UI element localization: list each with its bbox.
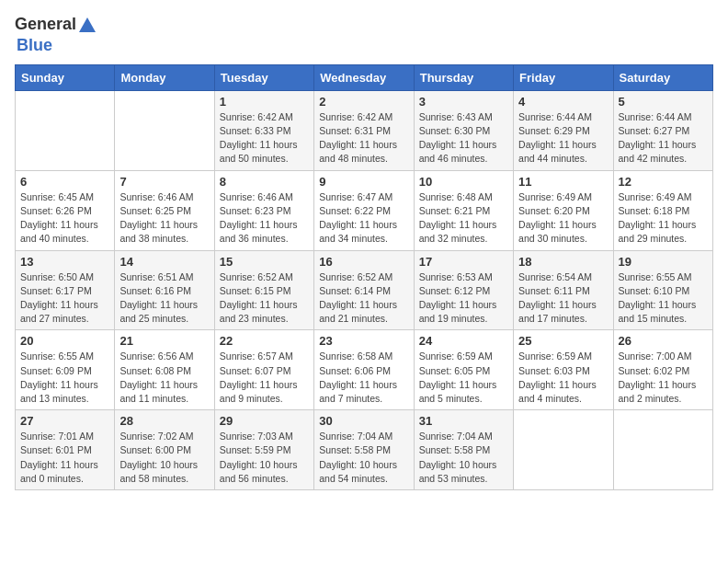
day-cell xyxy=(16,90,115,170)
day-info: Sunrise: 6:42 AM Sunset: 6:33 PM Dayligh… xyxy=(220,110,309,167)
day-cell: 20Sunrise: 6:55 AM Sunset: 6:09 PM Dayli… xyxy=(16,330,115,410)
day-cell: 12Sunrise: 6:49 AM Sunset: 6:18 PM Dayli… xyxy=(613,170,712,250)
day-cell: 17Sunrise: 6:53 AM Sunset: 6:12 PM Dayli… xyxy=(414,250,513,330)
day-info: Sunrise: 6:49 AM Sunset: 6:20 PM Dayligh… xyxy=(518,190,608,247)
day-number: 4 xyxy=(518,95,608,109)
day-cell: 6Sunrise: 6:45 AM Sunset: 6:26 PM Daylig… xyxy=(16,170,115,250)
day-cell xyxy=(115,90,214,170)
logo-icon xyxy=(77,16,97,36)
day-number: 11 xyxy=(518,175,608,189)
week-row-5: 27Sunrise: 7:01 AM Sunset: 6:01 PM Dayli… xyxy=(16,410,713,490)
day-number: 5 xyxy=(619,95,708,109)
day-cell: 4Sunrise: 6:44 AM Sunset: 6:29 PM Daylig… xyxy=(514,90,613,170)
day-number: 31 xyxy=(419,414,508,428)
day-number: 26 xyxy=(619,334,708,348)
day-info: Sunrise: 6:52 AM Sunset: 6:15 PM Dayligh… xyxy=(220,270,309,327)
day-info: Sunrise: 6:50 AM Sunset: 6:17 PM Dayligh… xyxy=(20,270,109,327)
day-info: Sunrise: 6:53 AM Sunset: 6:12 PM Dayligh… xyxy=(419,270,508,327)
day-number: 10 xyxy=(419,175,508,189)
day-cell xyxy=(613,410,712,490)
day-info: Sunrise: 6:46 AM Sunset: 6:25 PM Dayligh… xyxy=(119,190,209,247)
header-saturday: Saturday xyxy=(613,64,712,90)
day-cell: 14Sunrise: 6:51 AM Sunset: 6:16 PM Dayli… xyxy=(115,250,214,330)
day-number: 22 xyxy=(220,334,309,348)
day-number: 19 xyxy=(619,255,708,269)
day-number: 2 xyxy=(319,95,408,109)
day-cell: 3Sunrise: 6:43 AM Sunset: 6:30 PM Daylig… xyxy=(414,90,513,170)
week-row-3: 13Sunrise: 6:50 AM Sunset: 6:17 PM Dayli… xyxy=(16,250,713,330)
week-row-1: 1Sunrise: 6:42 AM Sunset: 6:33 PM Daylig… xyxy=(16,90,713,170)
day-number: 23 xyxy=(319,334,408,348)
day-cell: 5Sunrise: 6:44 AM Sunset: 6:27 PM Daylig… xyxy=(613,90,712,170)
header-tuesday: Tuesday xyxy=(214,64,313,90)
week-row-4: 20Sunrise: 6:55 AM Sunset: 6:09 PM Dayli… xyxy=(16,330,713,410)
day-info: Sunrise: 6:54 AM Sunset: 6:11 PM Dayligh… xyxy=(518,270,608,327)
header-monday: Monday xyxy=(115,64,214,90)
day-number: 12 xyxy=(619,175,708,189)
header-thursday: Thursday xyxy=(414,64,513,90)
day-info: Sunrise: 6:59 AM Sunset: 6:03 PM Dayligh… xyxy=(518,350,608,406)
day-info: Sunrise: 6:44 AM Sunset: 6:27 PM Dayligh… xyxy=(619,110,708,167)
day-cell: 27Sunrise: 7:01 AM Sunset: 6:01 PM Dayli… xyxy=(16,410,115,490)
calendar-table: SundayMondayTuesdayWednesdayThursdayFrid… xyxy=(15,64,713,490)
day-info: Sunrise: 7:04 AM Sunset: 5:58 PM Dayligh… xyxy=(419,430,508,486)
day-info: Sunrise: 6:45 AM Sunset: 6:26 PM Dayligh… xyxy=(20,190,109,247)
day-cell: 26Sunrise: 7:00 AM Sunset: 6:02 PM Dayli… xyxy=(613,330,712,410)
day-cell: 22Sunrise: 6:57 AM Sunset: 6:07 PM Dayli… xyxy=(214,330,313,410)
day-cell: 30Sunrise: 7:04 AM Sunset: 5:58 PM Dayli… xyxy=(314,410,414,490)
day-cell: 15Sunrise: 6:52 AM Sunset: 6:15 PM Dayli… xyxy=(214,250,313,330)
day-info: Sunrise: 6:43 AM Sunset: 6:30 PM Dayligh… xyxy=(419,110,508,167)
day-info: Sunrise: 6:56 AM Sunset: 6:08 PM Dayligh… xyxy=(119,350,209,406)
day-number: 25 xyxy=(518,334,608,348)
day-number: 30 xyxy=(319,414,408,428)
day-number: 24 xyxy=(419,334,508,348)
day-number: 27 xyxy=(20,414,109,428)
day-info: Sunrise: 6:59 AM Sunset: 6:05 PM Dayligh… xyxy=(419,350,508,406)
day-number: 9 xyxy=(319,175,408,189)
day-number: 7 xyxy=(119,175,209,189)
svg-marker-0 xyxy=(79,17,96,32)
day-info: Sunrise: 6:44 AM Sunset: 6:29 PM Dayligh… xyxy=(518,110,608,167)
day-info: Sunrise: 6:48 AM Sunset: 6:21 PM Dayligh… xyxy=(419,190,508,247)
day-info: Sunrise: 6:55 AM Sunset: 6:09 PM Dayligh… xyxy=(20,350,109,406)
day-info: Sunrise: 6:49 AM Sunset: 6:18 PM Dayligh… xyxy=(619,190,708,247)
day-number: 1 xyxy=(220,95,309,109)
day-cell: 9Sunrise: 6:47 AM Sunset: 6:22 PM Daylig… xyxy=(314,170,414,250)
day-number: 15 xyxy=(220,255,309,269)
day-cell: 19Sunrise: 6:55 AM Sunset: 6:10 PM Dayli… xyxy=(613,250,712,330)
day-info: Sunrise: 7:03 AM Sunset: 5:59 PM Dayligh… xyxy=(220,430,309,486)
week-row-2: 6Sunrise: 6:45 AM Sunset: 6:26 PM Daylig… xyxy=(16,170,713,250)
day-info: Sunrise: 6:46 AM Sunset: 6:23 PM Dayligh… xyxy=(220,190,309,247)
day-cell: 8Sunrise: 6:46 AM Sunset: 6:23 PM Daylig… xyxy=(214,170,313,250)
day-cell xyxy=(514,410,613,490)
day-number: 8 xyxy=(220,175,309,189)
day-cell: 16Sunrise: 6:52 AM Sunset: 6:14 PM Dayli… xyxy=(314,250,414,330)
day-number: 20 xyxy=(20,334,109,348)
day-cell: 13Sunrise: 6:50 AM Sunset: 6:17 PM Dayli… xyxy=(16,250,115,330)
day-info: Sunrise: 6:42 AM Sunset: 6:31 PM Dayligh… xyxy=(319,110,408,167)
day-number: 28 xyxy=(119,414,209,428)
day-cell: 31Sunrise: 7:04 AM Sunset: 5:58 PM Dayli… xyxy=(414,410,513,490)
day-number: 3 xyxy=(419,95,508,109)
day-info: Sunrise: 6:57 AM Sunset: 6:07 PM Dayligh… xyxy=(220,350,309,406)
day-number: 16 xyxy=(319,255,408,269)
day-cell: 2Sunrise: 6:42 AM Sunset: 6:31 PM Daylig… xyxy=(314,90,414,170)
page-header: General Blue xyxy=(15,15,713,55)
day-number: 14 xyxy=(119,255,209,269)
day-cell: 10Sunrise: 6:48 AM Sunset: 6:21 PM Dayli… xyxy=(414,170,513,250)
day-cell: 18Sunrise: 6:54 AM Sunset: 6:11 PM Dayli… xyxy=(514,250,613,330)
day-info: Sunrise: 6:51 AM Sunset: 6:16 PM Dayligh… xyxy=(119,270,209,327)
day-info: Sunrise: 6:47 AM Sunset: 6:22 PM Dayligh… xyxy=(319,190,408,247)
logo-text: General Blue xyxy=(15,15,98,55)
day-cell: 23Sunrise: 6:58 AM Sunset: 6:06 PM Dayli… xyxy=(314,330,414,410)
day-number: 29 xyxy=(220,414,309,428)
day-info: Sunrise: 6:58 AM Sunset: 6:06 PM Dayligh… xyxy=(319,350,408,406)
day-cell: 25Sunrise: 6:59 AM Sunset: 6:03 PM Dayli… xyxy=(514,330,613,410)
day-info: Sunrise: 7:02 AM Sunset: 6:00 PM Dayligh… xyxy=(119,430,209,486)
day-info: Sunrise: 6:55 AM Sunset: 6:10 PM Dayligh… xyxy=(619,270,708,327)
day-number: 6 xyxy=(20,175,109,189)
day-number: 13 xyxy=(20,255,109,269)
day-cell: 24Sunrise: 6:59 AM Sunset: 6:05 PM Dayli… xyxy=(414,330,513,410)
header-sunday: Sunday xyxy=(16,64,115,90)
day-info: Sunrise: 7:04 AM Sunset: 5:58 PM Dayligh… xyxy=(319,430,408,486)
